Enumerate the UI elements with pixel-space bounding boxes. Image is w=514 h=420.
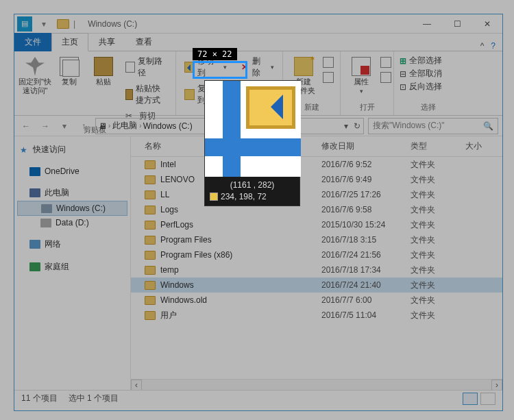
explorer-window: ▤ ▾ | Windows (C:) — ☐ ✕ 文件 主页 共享 查看 ^ ? — [14, 14, 503, 411]
crumb-thispc: 此电脑 — [112, 120, 137, 132]
network-icon — [29, 240, 40, 249]
up-button[interactable]: ↑ — [76, 119, 91, 134]
scroll-left-icon[interactable]: ‹ — [131, 380, 142, 390]
scroll-right-icon[interactable]: › — [491, 380, 502, 390]
nav-thispc[interactable]: 此电脑 — [17, 185, 127, 201]
properties-button[interactable]: 属性 ▾ — [346, 54, 376, 97]
invert-button[interactable]: ⊡反向选择 — [400, 80, 442, 93]
minimize-button[interactable]: — — [412, 14, 442, 34]
nav-homegroup[interactable]: 家庭组 — [17, 259, 127, 275]
quick-access-toolbar: ▤ ▾ | — [14, 16, 78, 32]
tab-view[interactable]: 查看 — [125, 33, 162, 51]
folder-icon — [145, 296, 156, 305]
file-row[interactable]: Windows2016/7/24 21:40文件夹 — [131, 277, 502, 293]
chevron-down-icon: ▾ — [271, 64, 274, 71]
open-icon[interactable] — [380, 57, 391, 68]
view-icons-button[interactable] — [480, 393, 495, 405]
copy-button[interactable]: 复制 — [54, 54, 84, 89]
maximize-button[interactable]: ☐ — [442, 14, 472, 34]
folder-icon — [145, 160, 156, 169]
folder-icon — [145, 251, 156, 260]
file-row[interactable]: Program Files2016/7/18 3:15文件夹 — [131, 232, 502, 247]
newitem-icon[interactable] — [323, 57, 334, 68]
ribbon-group-open: 属性 ▾ 打开 — [341, 51, 394, 115]
ribbon-group-clipboard: 固定到"快 速访问" 复制 粘贴 复制路径 粘贴快捷方式 ✂剪切 剪贴板 — [14, 51, 176, 115]
column-headers[interactable]: 名称 修改日期 类型 大小 — [131, 136, 502, 157]
folder-icon — [145, 311, 156, 320]
tab-file[interactable]: 文件 — [14, 33, 51, 51]
pin-icon — [25, 57, 45, 76]
forward-button[interactable]: → — [38, 119, 53, 134]
copypath-button[interactable]: 复制路径 — [123, 54, 170, 80]
chevron-down-icon[interactable]: ▾ — [344, 121, 348, 131]
horizontal-scrollbar[interactable]: ‹ › — [131, 379, 502, 390]
edit-icon[interactable] — [380, 72, 391, 83]
status-selection: 选中 1 个项目 — [69, 393, 119, 404]
paste-icon — [94, 57, 113, 76]
pc-icon: 🖥 — [99, 121, 107, 131]
file-row[interactable]: 用户2016/7/5 11:04文件夹 — [131, 308, 502, 323]
view-details-button[interactable] — [463, 393, 478, 405]
file-list: 名称 修改日期 类型 大小 Intel2016/7/6 9:52文件夹LENOV… — [131, 136, 502, 390]
folder-icon — [145, 281, 156, 290]
back-button[interactable]: ← — [19, 119, 34, 134]
selectnone-icon: ⊟ — [400, 69, 406, 79]
nav-quickaccess[interactable]: 快速访问 — [17, 142, 127, 158]
selectall-button[interactable]: ⊞全部选择 — [400, 54, 442, 67]
status-bar: 11 个项目 选中 1 个项目 — [14, 390, 502, 406]
folder-icon — [57, 19, 69, 29]
close-button[interactable]: ✕ — [472, 14, 502, 34]
help-icon[interactable]: ? — [491, 41, 495, 51]
copypath-icon — [125, 62, 135, 73]
folder-icon — [145, 190, 156, 199]
folder-icon — [145, 206, 156, 214]
pc-icon — [29, 188, 40, 197]
paste-button[interactable]: 粘贴 — [88, 54, 119, 89]
file-row[interactable]: LENOVO2016/7/6 9:49文件夹 — [131, 172, 502, 187]
file-row[interactable]: Intel2016/7/6 9:52文件夹 — [131, 157, 502, 172]
pasteshortcut-icon — [125, 89, 133, 100]
newfolder-icon — [294, 57, 313, 76]
color-swatch — [210, 193, 218, 201]
folder-icon — [145, 236, 156, 245]
magnifier-preview — [205, 81, 301, 177]
file-row[interactable]: PerfLogs2015/10/30 15:24文件夹 — [131, 217, 502, 232]
app-icon: ▤ — [17, 16, 32, 32]
drive-icon — [41, 204, 52, 213]
pin-button[interactable]: 固定到"快 速访问" — [20, 54, 50, 98]
recent-dropdown[interactable]: ▾ — [57, 119, 72, 134]
folder-icon — [145, 266, 156, 275]
nav-onedrive[interactable]: OneDrive — [17, 164, 127, 178]
file-row[interactable]: Windows.old2016/7/7 6:00文件夹 — [131, 293, 502, 308]
selectnone-button[interactable]: ⊟全部取消 — [400, 67, 442, 80]
window-title: Windows (C:) — [88, 19, 137, 29]
search-input[interactable]: 搜索"Windows (C:)" 🔍 — [368, 118, 498, 134]
nav-drive-c[interactable]: Windows (C:) — [17, 201, 127, 216]
homegroup-icon — [29, 262, 40, 271]
selection-highlight — [193, 61, 247, 79]
file-row[interactable]: Logs2016/7/6 9:58文件夹 — [131, 202, 502, 217]
refresh-icon[interactable]: ↻ — [354, 121, 360, 131]
tab-home[interactable]: 主页 — [51, 33, 88, 51]
status-count: 11 个项目 — [21, 393, 58, 404]
pasteshortcut-button[interactable]: 粘贴快捷方式 — [123, 82, 170, 108]
search-icon: 🔍 — [483, 121, 493, 131]
properties-icon — [352, 57, 371, 76]
file-row[interactable]: Program Files (x86)2016/7/24 21:56文件夹 — [131, 247, 502, 262]
crumb-drive: Windows (C:) — [143, 121, 193, 131]
header-size: 大小 — [465, 140, 502, 152]
copy-icon — [60, 57, 79, 76]
file-row[interactable]: LL2016/7/25 17:26文件夹 — [131, 187, 502, 202]
tab-share[interactable]: 共享 — [88, 33, 125, 51]
qat-dropdown-icon[interactable]: ▾ — [39, 19, 49, 29]
ribbon-tabs: 文件 主页 共享 查看 ^ ? — [14, 34, 502, 51]
nav-network[interactable]: 网络 — [17, 236, 127, 252]
chevron-down-icon: ▾ — [360, 88, 363, 95]
copyto-icon — [184, 89, 195, 100]
easyaccess-icon[interactable] — [323, 72, 334, 83]
file-row[interactable]: temp2016/7/18 17:34文件夹 — [131, 262, 502, 277]
navigation-pane: 快速访问 OneDrive 此电脑 Windows (C:) Data (D:)… — [14, 136, 131, 390]
nav-drive-d[interactable]: Data (D:) — [17, 216, 127, 230]
check-icon: ⊞ — [400, 56, 406, 66]
collapse-ribbon-icon[interactable]: ^ — [480, 41, 485, 51]
